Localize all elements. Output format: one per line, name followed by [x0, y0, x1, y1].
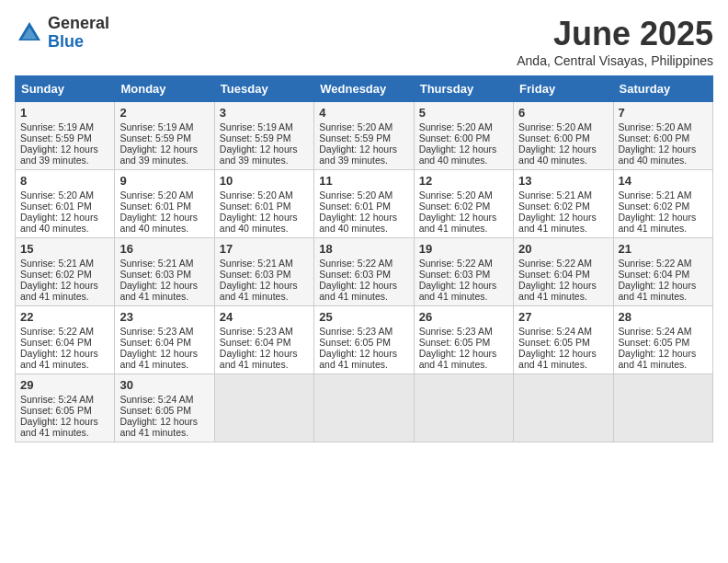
day-number: 11 — [319, 174, 408, 188]
page-header: General Blue June 2025 Anda, Central Vis… — [15, 15, 713, 68]
day-number: 27 — [518, 310, 608, 324]
sunset-line: Sunset: 6:04 PM — [220, 337, 291, 348]
sunrise-line: Sunrise: 5:20 AM — [419, 121, 493, 132]
sunrise-line: Sunrise: 5:20 AM — [518, 121, 592, 132]
table-row: 18 Sunrise: 5:22 AM Sunset: 6:03 PM Dayl… — [314, 238, 414, 306]
sunrise-line: Sunrise: 5:23 AM — [319, 326, 392, 337]
sunrise-line: Sunrise: 5:21 AM — [220, 258, 293, 269]
sunrise-line: Sunrise: 5:19 AM — [119, 121, 193, 132]
table-row: 23 Sunrise: 5:23 AM Sunset: 6:04 PM Dayl… — [115, 306, 214, 374]
table-row: 8 Sunrise: 5:20 AM Sunset: 6:01 PM Dayli… — [16, 170, 115, 238]
sunset-line: Sunset: 6:03 PM — [119, 269, 191, 280]
table-row: 2 Sunrise: 5:19 AM Sunset: 5:59 PM Dayli… — [115, 102, 214, 170]
calendar-week-row: 15 Sunrise: 5:21 AM Sunset: 6:02 PM Dayl… — [16, 238, 713, 306]
header-saturday: Saturday — [613, 76, 712, 102]
table-row — [214, 374, 313, 442]
sunrise-line: Sunrise: 5:23 AM — [220, 326, 293, 337]
table-row: 9 Sunrise: 5:20 AM Sunset: 6:01 PM Dayli… — [115, 170, 214, 238]
daylight-minutes: and 39 minutes. — [220, 155, 289, 166]
daylight-minutes: and 40 minutes. — [518, 155, 587, 166]
sunrise-line: Sunrise: 5:24 AM — [20, 394, 94, 405]
day-number: 29 — [20, 378, 109, 392]
day-number: 3 — [220, 106, 309, 120]
table-row: 20 Sunrise: 5:22 AM Sunset: 6:04 PM Dayl… — [514, 238, 613, 306]
table-row: 7 Sunrise: 5:20 AM Sunset: 6:00 PM Dayli… — [613, 102, 712, 170]
daylight-minutes: and 41 minutes. — [619, 291, 688, 302]
sunrise-line: Sunrise: 5:22 AM — [619, 258, 692, 269]
sunset-line: Sunset: 6:00 PM — [619, 132, 690, 144]
table-row: 26 Sunrise: 5:23 AM Sunset: 6:05 PM Dayl… — [414, 306, 513, 374]
daylight-line: Daylight: 12 hours — [220, 212, 298, 223]
day-number: 13 — [518, 174, 608, 188]
daylight-line: Daylight: 12 hours — [119, 144, 198, 155]
day-number: 5 — [419, 106, 508, 120]
day-number: 30 — [119, 378, 209, 392]
daylight-minutes: and 41 minutes. — [20, 291, 89, 302]
sunset-line: Sunset: 6:03 PM — [319, 269, 391, 280]
calendar-week-row: 1 Sunrise: 5:19 AM Sunset: 5:59 PM Dayli… — [16, 102, 713, 170]
logo-icon — [15, 18, 44, 48]
sunrise-line: Sunrise: 5:20 AM — [419, 190, 493, 201]
daylight-line: Daylight: 12 hours — [319, 144, 397, 155]
sunset-line: Sunset: 6:03 PM — [419, 269, 491, 280]
daylight-line: Daylight: 12 hours — [319, 348, 397, 359]
sunset-line: Sunset: 6:01 PM — [119, 201, 191, 212]
day-number: 26 — [419, 310, 508, 324]
daylight-line: Daylight: 12 hours — [419, 348, 497, 359]
daylight-minutes: and 39 minutes. — [119, 155, 188, 166]
daylight-line: Daylight: 12 hours — [419, 212, 497, 223]
day-number: 2 — [119, 106, 209, 120]
sunrise-line: Sunrise: 5:21 AM — [119, 258, 193, 269]
table-row: 3 Sunrise: 5:19 AM Sunset: 5:59 PM Dayli… — [214, 102, 313, 170]
calendar-table: Sunday Monday Tuesday Wednesday Thursday… — [15, 75, 713, 442]
table-row: 4 Sunrise: 5:20 AM Sunset: 5:59 PM Dayli… — [314, 102, 414, 170]
header-sunday: Sunday — [16, 76, 115, 102]
title-block: June 2025 Anda, Central Visayas, Philipp… — [517, 15, 713, 68]
table-row: 11 Sunrise: 5:20 AM Sunset: 6:01 PM Dayl… — [314, 170, 414, 238]
sunrise-line: Sunrise: 5:24 AM — [518, 326, 592, 337]
day-number: 20 — [518, 242, 608, 256]
calendar-week-row: 29 Sunrise: 5:24 AM Sunset: 6:05 PM Dayl… — [16, 374, 713, 442]
daylight-line: Daylight: 12 hours — [119, 416, 198, 427]
sunrise-line: Sunrise: 5:21 AM — [518, 190, 592, 201]
day-number: 12 — [419, 174, 508, 188]
sunrise-line: Sunrise: 5:22 AM — [20, 326, 94, 337]
sunrise-line: Sunrise: 5:22 AM — [319, 258, 392, 269]
sunset-line: Sunset: 5:59 PM — [119, 132, 191, 144]
sunset-line: Sunset: 6:05 PM — [419, 337, 491, 348]
sunrise-line: Sunrise: 5:20 AM — [319, 190, 392, 201]
logo-blue: Blue — [48, 33, 109, 52]
sunset-line: Sunset: 6:04 PM — [20, 337, 92, 348]
header-friday: Friday — [514, 76, 613, 102]
table-row: 13 Sunrise: 5:21 AM Sunset: 6:02 PM Dayl… — [514, 170, 613, 238]
table-row — [613, 374, 712, 442]
table-row: 6 Sunrise: 5:20 AM Sunset: 6:00 PM Dayli… — [514, 102, 613, 170]
sunset-line: Sunset: 6:03 PM — [220, 269, 291, 280]
sunset-line: Sunset: 6:01 PM — [220, 201, 291, 212]
sunset-line: Sunset: 6:02 PM — [619, 201, 690, 212]
sunset-line: Sunset: 6:02 PM — [419, 201, 491, 212]
daylight-line: Daylight: 12 hours — [518, 280, 597, 291]
sunset-line: Sunset: 5:59 PM — [319, 132, 391, 144]
sunrise-line: Sunrise: 5:23 AM — [419, 326, 493, 337]
table-row: 16 Sunrise: 5:21 AM Sunset: 6:03 PM Dayl… — [115, 238, 214, 306]
sunrise-line: Sunrise: 5:22 AM — [518, 258, 592, 269]
calendar-header-row: Sunday Monday Tuesday Wednesday Thursday… — [16, 76, 713, 102]
day-number: 24 — [220, 310, 309, 324]
day-number: 7 — [619, 106, 708, 120]
header-tuesday: Tuesday — [214, 76, 313, 102]
sunset-line: Sunset: 6:05 PM — [119, 405, 191, 416]
daylight-minutes: and 39 minutes. — [20, 155, 89, 166]
sunset-line: Sunset: 6:04 PM — [518, 269, 590, 280]
day-number: 23 — [119, 310, 209, 324]
sunset-line: Sunset: 5:59 PM — [20, 132, 92, 144]
table-row: 29 Sunrise: 5:24 AM Sunset: 6:05 PM Dayl… — [16, 374, 115, 442]
calendar-week-row: 22 Sunrise: 5:22 AM Sunset: 6:04 PM Dayl… — [16, 306, 713, 374]
day-number: 17 — [220, 242, 309, 256]
daylight-line: Daylight: 12 hours — [20, 212, 98, 223]
daylight-line: Daylight: 12 hours — [20, 416, 98, 427]
sunrise-line: Sunrise: 5:21 AM — [619, 190, 692, 201]
table-row: 28 Sunrise: 5:24 AM Sunset: 6:05 PM Dayl… — [613, 306, 712, 374]
table-row: 1 Sunrise: 5:19 AM Sunset: 5:59 PM Dayli… — [16, 102, 115, 170]
sunset-line: Sunset: 6:04 PM — [619, 269, 690, 280]
